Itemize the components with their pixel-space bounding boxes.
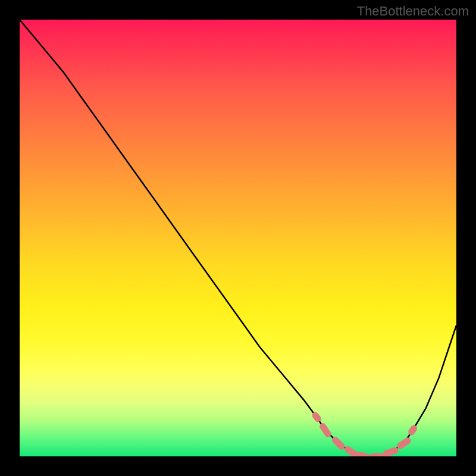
chart-plot-area xyxy=(20,20,456,456)
bottleneck-curve-svg xyxy=(20,20,456,456)
watermark-text: TheBottleneck.com xyxy=(357,4,469,19)
marker-points-group xyxy=(311,411,418,456)
marker-point xyxy=(331,436,346,451)
marker-point xyxy=(407,424,418,436)
marker-point xyxy=(383,446,399,456)
marker-point xyxy=(318,422,333,439)
marker-point xyxy=(396,436,412,450)
marker-point xyxy=(370,453,386,457)
bottleneck-curve-line xyxy=(20,20,456,456)
